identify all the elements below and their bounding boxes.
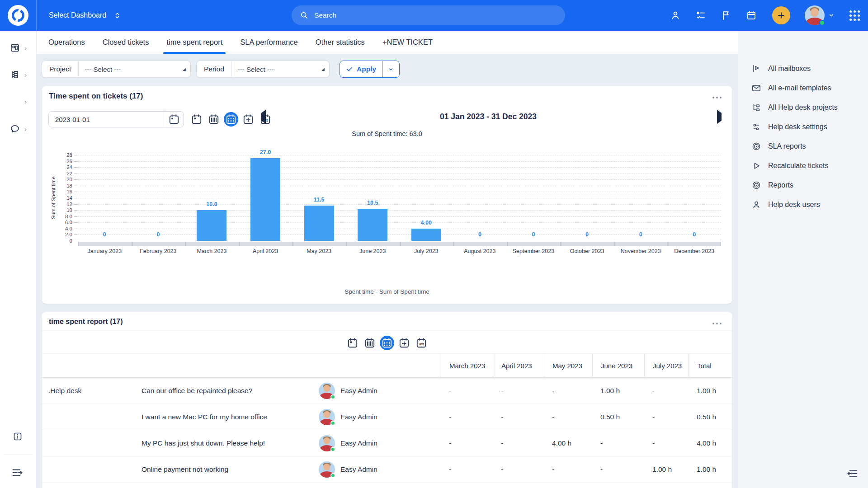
add-new-button[interactable]: [772, 6, 790, 24]
sidebar-item-label: All Help desk projects: [768, 103, 838, 112]
bar-june-2023: [358, 209, 387, 241]
sidebar-item-more[interactable]: ›: [9, 96, 27, 107]
period-select[interactable]: --- Select --- ◢: [232, 61, 329, 77]
tab-time-spent-report[interactable]: time spent report: [166, 31, 222, 54]
calendar-day-icon[interactable]: [189, 112, 204, 127]
x-band-separator: [78, 242, 79, 246]
chevron-right-icon: ›: [24, 126, 27, 132]
sidebar-item-all-mailboxes[interactable]: All mailboxes: [738, 59, 868, 78]
calendar-picker-icon[interactable]: [164, 112, 184, 127]
calendar-month-icon[interactable]: [380, 336, 394, 350]
user-menu[interactable]: [805, 5, 835, 25]
gridline: [78, 222, 721, 223]
y-tick-mark: [74, 161, 77, 162]
calendar-year-icon[interactable]: 365: [414, 336, 429, 350]
previous-period-button[interactable]: [261, 113, 266, 121]
chevron-right-icon: ›: [24, 71, 27, 78]
sidebar-item-all-e-mail-templates[interactable]: All e-mail templates: [738, 78, 868, 98]
calendar-day-icon[interactable]: [345, 336, 360, 350]
sidebar-divider: [4, 454, 33, 455]
bar-value-label: 10.0: [206, 201, 217, 207]
cell-ticket-subject[interactable]: Online payment not working: [136, 465, 313, 474]
panel-menu-button[interactable]: [711, 321, 723, 326]
date-input[interactable]: [49, 116, 164, 123]
y-tick-mark: [74, 179, 77, 180]
tab-new-ticket[interactable]: +NEW TICKET: [382, 31, 433, 54]
triangle-left-icon: [261, 110, 266, 124]
info-button[interactable]: [12, 431, 23, 444]
dashboard-selector[interactable]: Select Dashboard: [49, 0, 121, 31]
user-profile-icon[interactable]: [670, 10, 681, 21]
project-select[interactable]: --- Select --- ◢: [79, 61, 190, 77]
search-bar[interactable]: [292, 5, 565, 25]
cell-assignee: Easy Admin: [313, 383, 441, 399]
y-tick-label: 4.0: [65, 226, 72, 231]
flag-icon[interactable]: [721, 10, 731, 21]
gridline: [78, 174, 721, 174]
tab-sla-performance[interactable]: SLA performance: [240, 31, 298, 54]
cell-ticket-subject[interactable]: I want a new Mac PC for my home office: [136, 413, 313, 421]
project-filter-group: Project --- Select --- ◢: [42, 61, 191, 78]
period-select-value: --- Select ---: [238, 66, 274, 73]
table-row: Online payment not workingEasy Admin----…: [42, 456, 732, 483]
x-band-separator: [453, 242, 454, 246]
calendar-icon[interactable]: [746, 10, 757, 21]
apply-button[interactable]: Apply: [340, 61, 382, 77]
next-period-button[interactable]: [717, 113, 722, 121]
y-tick-label: 26: [66, 159, 72, 164]
app-logo[interactable]: [8, 5, 28, 26]
topbar-actions: [670, 0, 860, 31]
tab-label: Other statistics: [316, 38, 365, 47]
sidebar-item-label: Recalculate tickets: [768, 162, 828, 170]
calendar-add-icon[interactable]: [397, 336, 411, 350]
avatar: [319, 383, 335, 399]
header-cell-empty: [136, 354, 313, 377]
sidebar-item-projects[interactable]: ›: [9, 69, 27, 80]
bar-value-label: 0: [693, 231, 696, 238]
sidebar-expand-button[interactable]: [11, 466, 24, 481]
cell-month-value: -: [592, 465, 644, 474]
apps-grid-icon[interactable]: [849, 10, 860, 21]
apply-dropdown-button[interactable]: [382, 61, 399, 77]
x-axis-label: September 2023: [513, 248, 554, 254]
cell-ticket-subject[interactable]: My PC has just shut down. Please help!: [136, 439, 313, 447]
tab-other-statistics[interactable]: Other statistics: [316, 31, 365, 54]
y-tick-mark: [74, 192, 77, 192]
project-filter-label: Project: [42, 61, 79, 77]
sidebar-item-help-desk-settings[interactable]: Help desk settings: [738, 117, 868, 136]
calendar-month-icon[interactable]: [224, 112, 238, 127]
calendar-week-icon[interactable]: [363, 336, 377, 350]
expand-menu-icon: [11, 466, 24, 479]
sidebar-item-reports[interactable]: Reports: [738, 175, 868, 195]
x-axis-label: June 2023: [359, 248, 386, 254]
chevron-down-icon[interactable]: [828, 12, 835, 19]
sidebar-item-dashboards[interactable]: ›: [9, 42, 27, 53]
avatar[interactable]: [805, 5, 825, 25]
chevron-up-down-icon: [113, 12, 121, 19]
tasks-checklist-icon[interactable]: [695, 10, 706, 21]
right-sidebar-expand-button[interactable]: [846, 467, 859, 482]
search-input[interactable]: [313, 11, 557, 20]
cell-ticket-subject[interactable]: Can our office be repainted please?: [136, 387, 313, 395]
x-axis-label: November 2023: [621, 248, 661, 254]
x-band-separator: [400, 242, 401, 246]
sidebar-item-sla-reports[interactable]: SLA reports: [738, 136, 868, 156]
x-axis-label: December 2023: [674, 248, 714, 254]
tab-operations[interactable]: Operations: [48, 31, 85, 54]
panel-title: Time spent on tickets (17): [49, 92, 143, 101]
time-spent-report-panel: time spent report (17) 365 March 2023Apr…: [42, 312, 732, 488]
sidebar-item-chat[interactable]: ›: [9, 123, 27, 134]
header-cell-july-2023: July 2023: [644, 354, 689, 377]
cell-month-value: -: [644, 439, 689, 447]
calendar-add-icon[interactable]: [241, 112, 255, 127]
sidebar-item-label: Help desk users: [768, 201, 820, 209]
panel-menu-button[interactable]: [711, 95, 723, 100]
left-sidebar: › › › ›: [0, 31, 37, 488]
sidebar-item-help-desk-users[interactable]: Help desk users: [738, 195, 868, 214]
calendar-week-icon[interactable]: [207, 112, 221, 127]
tab-closed-tickets[interactable]: Closed tickets: [103, 31, 149, 54]
cell-month-value: -: [493, 413, 544, 421]
sidebar-item-recalculate-tickets[interactable]: Recalculate tickets: [738, 156, 868, 175]
sidebar-item-all-help-desk-projects[interactable]: All Help desk projects: [738, 98, 868, 117]
cell-month-value: -: [493, 439, 544, 447]
